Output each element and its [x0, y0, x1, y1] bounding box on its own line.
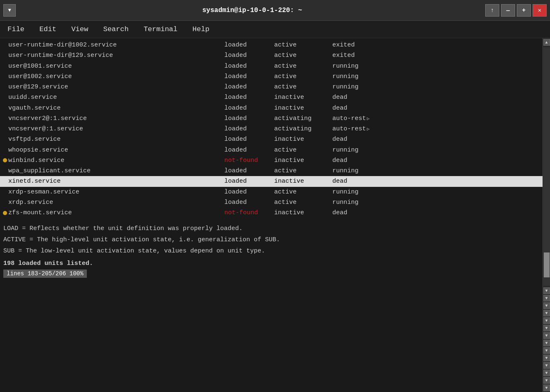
- menu-file[interactable]: File: [5, 24, 27, 35]
- service-load: loaded: [224, 61, 274, 71]
- service-sub: running: [332, 61, 390, 71]
- service-load: loaded: [224, 72, 274, 81]
- service-name: vsftpd.service: [8, 135, 224, 144]
- table-row[interactable]: xrdp-sesman.serviceloadedactiverunning: [0, 187, 543, 197]
- table-row[interactable]: xrdp.serviceloadedactiverunning: [0, 197, 543, 208]
- scrollbar-down-arrow-7[interactable]: ▼: [543, 332, 550, 339]
- service-name: user@1002.service: [8, 72, 224, 81]
- service-load: loaded: [224, 82, 274, 92]
- menu-edit[interactable]: Edit: [37, 24, 59, 35]
- minimize-button[interactable]: —: [501, 4, 515, 17]
- legend-line: LOAD = Reflects whether the unit definit…: [3, 223, 539, 234]
- menu-help[interactable]: Help: [190, 24, 212, 35]
- service-load: loaded: [224, 93, 274, 102]
- scrollbar-track[interactable]: [543, 47, 550, 286]
- terminal-content: user-runtime-dir@1002.serviceloadedactiv…: [0, 38, 543, 392]
- table-row[interactable]: vncserver@:1.serviceloadedactivatingauto…: [0, 124, 543, 134]
- service-name: xinetd.service: [8, 176, 224, 186]
- table-row[interactable]: uuidd.serviceloadedinactivedead: [0, 92, 543, 103]
- table-row[interactable]: whoopsie.serviceloadedactiverunning: [0, 145, 543, 155]
- scrollbar-down-arrow[interactable]: ▼: [543, 287, 550, 294]
- service-load: loaded: [224, 135, 274, 144]
- service-name: xrdp-sesman.service: [8, 187, 224, 197]
- maximize-button[interactable]: +: [517, 4, 531, 17]
- service-sub: running: [332, 166, 390, 176]
- table-row[interactable]: xinetd.serviceloadedinactivedead: [0, 176, 543, 186]
- service-load: not-found: [224, 156, 274, 165]
- menu-search[interactable]: Search: [101, 24, 131, 35]
- service-load: loaded: [224, 51, 274, 60]
- table-row[interactable]: zfs-mount.servicenot-foundinactivedead: [0, 208, 543, 218]
- service-name: vncserver@:1.service: [8, 124, 224, 134]
- scrollbar-up-arrow[interactable]: ▲: [543, 39, 550, 46]
- close-button[interactable]: ✕: [533, 4, 547, 17]
- service-sub: running: [332, 72, 390, 81]
- table-row[interactable]: user@1002.serviceloadedactiverunning: [0, 71, 543, 82]
- service-sub: running: [332, 198, 390, 207]
- service-sub: running: [332, 82, 390, 92]
- table-row[interactable]: vncserver2@:1.serviceloadedactivatingaut…: [0, 113, 543, 124]
- table-row[interactable]: user-runtime-dir@129.serviceloadedactive…: [0, 50, 543, 61]
- scrollbar-down-arrow-4[interactable]: ▼: [543, 310, 550, 316]
- service-load: loaded: [224, 103, 274, 113]
- service-name: user@129.service: [8, 82, 224, 92]
- terminal-wrapper: user-runtime-dir@1002.serviceloadedactiv…: [0, 38, 550, 392]
- service-sub: dead: [332, 135, 390, 144]
- service-name: vncserver2@:1.service: [8, 114, 224, 123]
- menu-view[interactable]: View: [69, 24, 91, 35]
- service-active: activating: [274, 124, 332, 134]
- scrollbar-down-arrow-6[interactable]: ▼: [543, 325, 550, 331]
- scrollbar-down-arrow-11[interactable]: ▼: [543, 362, 550, 369]
- service-active: active: [274, 198, 332, 207]
- scrollbar-down-arrow-9[interactable]: ▼: [543, 347, 550, 354]
- service-active: active: [274, 61, 332, 71]
- scrollbar-down-arrow-14[interactable]: ▼: [543, 385, 550, 391]
- service-sub: dead: [332, 93, 390, 102]
- scrollbar-down-arrow-12[interactable]: ▼: [543, 370, 550, 376]
- legend-line: SUB = The low-level unit activation stat…: [3, 245, 539, 257]
- scrollbar-down-arrow-3[interactable]: ▼: [543, 302, 550, 309]
- menu-dropdown-button[interactable]: ▼: [3, 4, 16, 17]
- scrollbar-down-arrow-10[interactable]: ▼: [543, 355, 550, 361]
- service-sub: dead: [332, 176, 390, 186]
- service-sub: exited: [332, 40, 390, 50]
- table-row[interactable]: vgauth.serviceloadedinactivedead: [0, 103, 543, 113]
- window-title: sysadmin@ip-10-0-1-220: ~: [19, 7, 485, 14]
- table-row[interactable]: user-runtime-dir@1002.serviceloadedactiv…: [0, 40, 543, 50]
- scrollbar-down-arrow-5[interactable]: ▼: [543, 317, 550, 324]
- service-load: loaded: [224, 124, 274, 134]
- service-sub: running: [332, 145, 390, 155]
- service-sub: dead: [332, 156, 390, 165]
- menu-terminal[interactable]: Terminal: [141, 24, 180, 35]
- title-bar: ▼ sysadmin@ip-10-0-1-220: ~ ↑ — + ✕: [0, 0, 550, 21]
- legend-line: ACTIVE = The high-level unit activation …: [3, 234, 539, 245]
- scrollbar-thumb[interactable]: [544, 252, 550, 277]
- scrollbar-down-arrow-8[interactable]: ▼: [543, 340, 550, 346]
- service-load: loaded: [224, 114, 274, 123]
- service-active: active: [274, 166, 332, 176]
- table-row[interactable]: user@1001.serviceloadedactiverunning: [0, 61, 543, 71]
- table-row[interactable]: winbind.servicenot-foundinactivedead: [0, 155, 543, 166]
- service-active: inactive: [274, 135, 332, 144]
- service-load: not-found: [224, 208, 274, 218]
- scrollbar-down-arrow-13[interactable]: ▼: [543, 377, 550, 384]
- service-sub: auto-rest▷: [332, 114, 390, 123]
- service-load: loaded: [224, 145, 274, 155]
- service-load: loaded: [224, 187, 274, 197]
- service-name: vgauth.service: [8, 103, 224, 113]
- table-row[interactable]: vsftpd.serviceloadedinactivedead: [0, 134, 543, 145]
- service-active: active: [274, 82, 332, 92]
- service-active: inactive: [274, 103, 332, 113]
- table-row[interactable]: user@129.serviceloadedactiverunning: [0, 82, 543, 92]
- table-row[interactable]: wpa_supplicant.serviceloadedactiverunnin…: [0, 166, 543, 176]
- service-sub: dead: [332, 103, 390, 113]
- statusbar-text: lines 183-205/206 100%: [3, 270, 87, 278]
- scroll-up-button[interactable]: ↑: [485, 4, 499, 17]
- service-sub: exited: [332, 51, 390, 60]
- scrollbar[interactable]: ▲ ▼ ▼ ▼ ▼ ▼ ▼ ▼ ▼ ▼ ▼ ▼ ▼ ▼ ▼: [543, 38, 550, 392]
- service-name: user-runtime-dir@129.service: [8, 51, 224, 60]
- summary: 198 loaded units listed.: [0, 258, 543, 269]
- scrollbar-down-arrow-2[interactable]: ▼: [543, 295, 550, 301]
- service-name: user@1001.service: [8, 61, 224, 71]
- service-sub: auto-rest▷: [332, 124, 390, 134]
